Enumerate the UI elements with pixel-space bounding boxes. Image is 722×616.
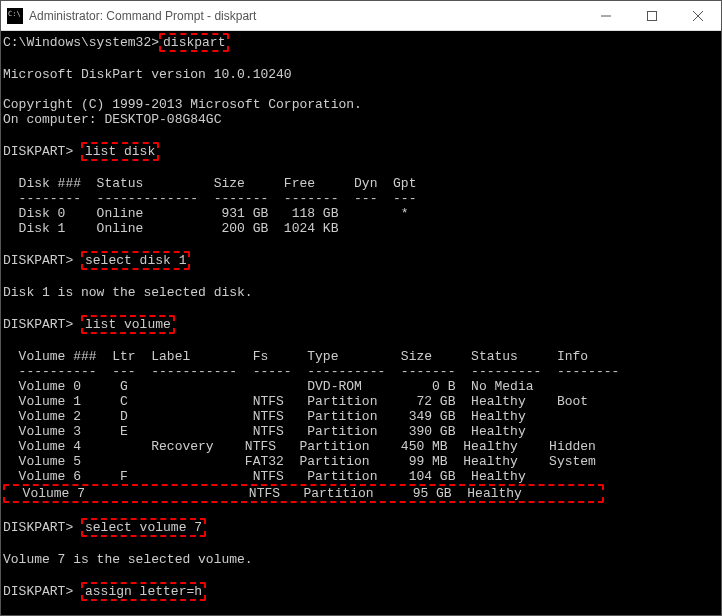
selected-disk-msg: Disk 1 is now the selected disk. <box>3 285 253 300</box>
prompt-dp: DISKPART> <box>3 144 81 159</box>
vol-row: Volume 2 D NTFS Partition 349 GB Healthy <box>3 409 526 424</box>
window: Administrator: Command Prompt - diskpart… <box>0 0 722 616</box>
oncomputer-line: On computer: DESKTOP-08G84GC <box>3 112 221 127</box>
window-title: Administrator: Command Prompt - diskpart <box>29 9 583 23</box>
cmd-icon <box>7 8 23 24</box>
prompt-dp: DISKPART> <box>3 520 81 535</box>
cmd-select-disk: select disk 1 <box>81 251 190 270</box>
window-controls <box>583 1 721 30</box>
vol-row: Volume 5 FAT32 Partition 99 MB Healthy S… <box>3 454 596 469</box>
vol-row: Volume 4 Recovery NTFS Partition 450 MB … <box>3 439 596 454</box>
vol-row: Volume 0 G DVD-ROM 0 B No Media <box>3 379 534 394</box>
disk-divider: -------- ------------- ------- ------- -… <box>3 191 416 206</box>
disk-row: Disk 0 Online 931 GB 118 GB * <box>3 206 409 221</box>
cmd-diskpart: diskpart <box>159 33 229 52</box>
cmd-list-disk: list disk <box>81 142 159 161</box>
vol-row: Volume 3 E NTFS Partition 390 GB Healthy <box>3 424 526 439</box>
cmd-select-volume: select volume 7 <box>81 518 206 537</box>
minimize-button[interactable] <box>583 1 629 30</box>
prompt-dp: DISKPART> <box>3 584 81 599</box>
disk-header: Disk ### Status Size Free Dyn Gpt <box>3 176 416 191</box>
selected-vol-msg: Volume 7 is the selected volume. <box>3 552 253 567</box>
vol-header: Volume ### Ltr Label Fs Type Size Status… <box>3 349 588 364</box>
svg-rect-0 <box>648 11 657 20</box>
prompt-dp: DISKPART> <box>3 253 81 268</box>
maximize-button[interactable] <box>629 1 675 30</box>
titlebar[interactable]: Administrator: Command Prompt - diskpart <box>1 1 721 31</box>
close-button[interactable] <box>675 1 721 30</box>
version-line: Microsoft DiskPart version 10.0.10240 <box>3 67 292 82</box>
vol-row: Volume 6 F NTFS Partition 104 GB Healthy <box>3 469 526 484</box>
vol-divider: ---------- --- ----------- ----- -------… <box>3 364 619 379</box>
vol-row: Volume 1 C NTFS Partition 72 GB Healthy … <box>3 394 588 409</box>
terminal-output[interactable]: C:\Windows\system32>diskpart Microsoft D… <box>1 31 721 615</box>
prompt-dp: DISKPART> <box>3 317 81 332</box>
vol-row-7-highlight: Volume 7 NTFS Partition 95 GB Healthy <box>3 484 604 503</box>
copyright-line: Copyright (C) 1999-2013 Microsoft Corpor… <box>3 97 362 112</box>
cmd-list-volume: list volume <box>81 315 175 334</box>
prompt-sys: C:\Windows\system32> <box>3 35 159 50</box>
disk-row: Disk 1 Online 200 GB 1024 KB <box>3 221 338 236</box>
cmd-assign-letter: assign letter=h <box>81 582 206 601</box>
